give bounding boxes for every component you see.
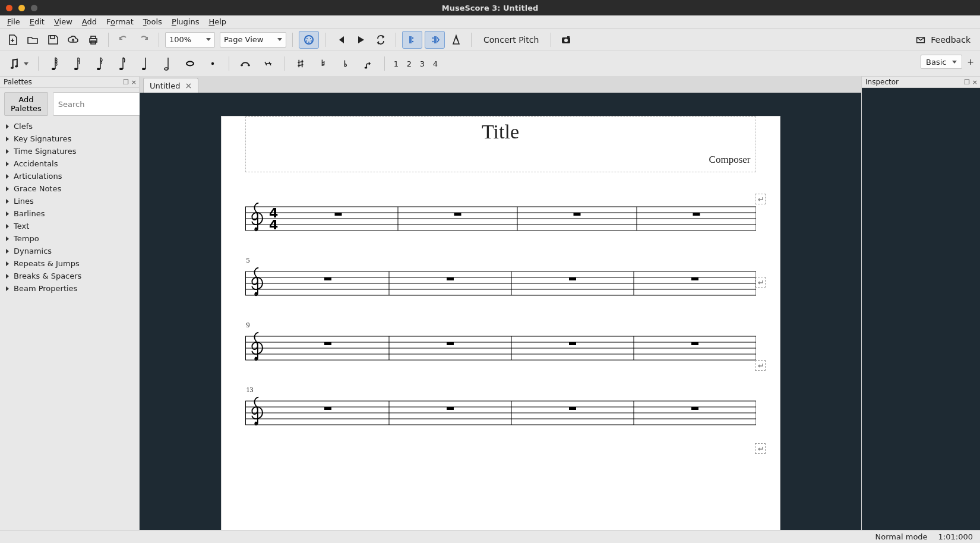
save-online-button[interactable] xyxy=(64,31,82,48)
duration-whole-button[interactable] xyxy=(180,54,200,73)
system-break-marker[interactable] xyxy=(755,443,766,454)
palette-item[interactable]: Breaks & Spacers xyxy=(0,270,139,282)
menu-add[interactable]: Add xyxy=(77,16,102,27)
palette-item[interactable]: Repeats & Jumps xyxy=(0,257,139,270)
menu-edit[interactable]: Edit xyxy=(25,16,49,27)
svg-rect-85 xyxy=(447,407,454,410)
loop-button[interactable] xyxy=(372,31,390,48)
pan-playback-toggle[interactable] xyxy=(425,31,445,49)
staff-system[interactable]: 44 xyxy=(245,202,756,237)
natural-button[interactable] xyxy=(313,54,333,73)
palettes-undock-icon[interactable]: ❐ xyxy=(123,78,129,86)
menu-plugins[interactable]: Plugins xyxy=(167,16,204,27)
voice-2-button[interactable]: 2 xyxy=(404,59,415,68)
palette-item[interactable]: Barlines xyxy=(0,207,139,220)
duration-quarter-button[interactable] xyxy=(135,54,155,73)
menu-file[interactable]: File xyxy=(2,16,25,27)
play-repeats-toggle[interactable] xyxy=(402,31,422,49)
staff-system[interactable]: 9 xyxy=(245,332,756,367)
duration-16th-button[interactable] xyxy=(90,54,110,73)
chevron-right-icon xyxy=(6,236,9,241)
chevron-right-icon xyxy=(6,199,9,204)
palette-item[interactable]: Beam Properties xyxy=(0,282,139,295)
svg-point-25 xyxy=(97,68,100,70)
screenshot-button[interactable] xyxy=(557,31,575,48)
inspector-close-icon[interactable]: × xyxy=(972,78,978,86)
feedback-button[interactable]: Feedback xyxy=(908,35,976,45)
measure-number: 13 xyxy=(246,386,254,394)
score-tab[interactable]: Untitled × xyxy=(143,78,198,93)
flat-button[interactable] xyxy=(336,54,356,73)
staff-system[interactable]: 13 xyxy=(245,396,756,431)
palettes-close-icon[interactable]: × xyxy=(131,78,137,86)
palette-item[interactable]: Dynamics xyxy=(0,245,139,257)
menu-help[interactable]: Help xyxy=(204,16,231,27)
palette-item[interactable]: Lines xyxy=(0,195,139,207)
flip-direction-button[interactable] xyxy=(358,54,378,73)
palette-item[interactable]: Clefs xyxy=(0,120,139,132)
add-palettes-button[interactable]: Add Palettes xyxy=(4,92,48,116)
menu-format[interactable]: Format xyxy=(102,16,138,27)
staff[interactable] xyxy=(245,267,756,300)
tie-button[interactable] xyxy=(235,54,255,73)
palette-item[interactable]: Tempo xyxy=(0,232,139,245)
slur-button[interactable] xyxy=(258,54,278,73)
palette-item[interactable]: Articulations xyxy=(0,170,139,182)
open-button[interactable] xyxy=(24,31,42,48)
voice-4-button[interactable]: 4 xyxy=(430,59,441,68)
palette-item[interactable]: Accidentals xyxy=(0,157,139,170)
rewind-button[interactable] xyxy=(331,31,349,48)
duration-8th-button[interactable] xyxy=(112,54,132,73)
duration-dot-button[interactable] xyxy=(203,54,223,73)
title-frame[interactable]: Title Composer xyxy=(245,116,756,172)
add-workspace-button[interactable]: + xyxy=(966,57,975,67)
staff[interactable] xyxy=(245,332,756,365)
svg-rect-55 xyxy=(324,277,331,280)
view-mode-combo[interactable]: Page View xyxy=(220,32,286,48)
zoom-combo[interactable]: 100% xyxy=(165,32,215,48)
palette-item[interactable]: Key Signatures xyxy=(0,132,139,145)
palette-item[interactable]: Grace Notes xyxy=(0,182,139,195)
svg-rect-75 xyxy=(691,342,698,345)
staff[interactable] xyxy=(245,396,756,430)
note-input-mode-button[interactable] xyxy=(4,54,32,73)
system-break-marker[interactable] xyxy=(755,360,766,371)
staff[interactable]: 44 xyxy=(245,202,756,235)
metronome-button[interactable] xyxy=(447,31,465,48)
inspector-undock-icon[interactable]: ❐ xyxy=(964,78,970,86)
concert-pitch-toggle[interactable]: Concert Pitch xyxy=(478,35,545,45)
midi-input-toggle[interactable] xyxy=(299,31,319,49)
svg-rect-61 xyxy=(691,277,698,280)
score-page[interactable]: Title Composer 445913 xyxy=(222,116,780,530)
new-score-button[interactable] xyxy=(4,31,21,48)
menu-tools[interactable]: Tools xyxy=(138,16,167,27)
palette-item[interactable]: Text xyxy=(0,220,139,232)
redo-button[interactable] xyxy=(135,31,153,48)
play-button[interactable] xyxy=(352,31,369,48)
score-viewport[interactable]: Title Composer 445913 xyxy=(140,93,861,530)
staff-system[interactable]: 5 xyxy=(245,267,756,302)
svg-point-26 xyxy=(119,68,123,70)
score-composer-text[interactable]: Composer xyxy=(251,154,751,166)
save-button[interactable] xyxy=(44,31,62,48)
voice-1-button[interactable]: 1 xyxy=(391,59,402,68)
menu-view[interactable]: View xyxy=(49,16,77,27)
svg-rect-43 xyxy=(454,213,461,216)
duration-half-button[interactable] xyxy=(157,54,178,73)
svg-point-29 xyxy=(186,62,194,66)
inspector-header: Inspector ❐× xyxy=(862,76,980,88)
duration-32nd-button[interactable] xyxy=(67,54,87,73)
duration-64th-button[interactable] xyxy=(45,54,65,73)
sharp-button[interactable] xyxy=(290,54,311,73)
voice-3-button[interactable]: 3 xyxy=(417,59,428,68)
window-title: MuseScore 3: Untitled xyxy=(0,4,980,12)
undo-button[interactable] xyxy=(115,31,132,48)
close-tab-icon[interactable]: × xyxy=(185,81,192,90)
workspace-combo[interactable]: Basic xyxy=(921,55,962,69)
print-button[interactable] xyxy=(84,31,102,48)
system-break-marker[interactable] xyxy=(755,277,766,288)
palette-item[interactable]: Time Signatures xyxy=(0,145,139,157)
score-title-text[interactable]: Title xyxy=(251,121,751,143)
svg-point-28 xyxy=(165,68,168,70)
system-break-marker[interactable] xyxy=(755,194,766,204)
